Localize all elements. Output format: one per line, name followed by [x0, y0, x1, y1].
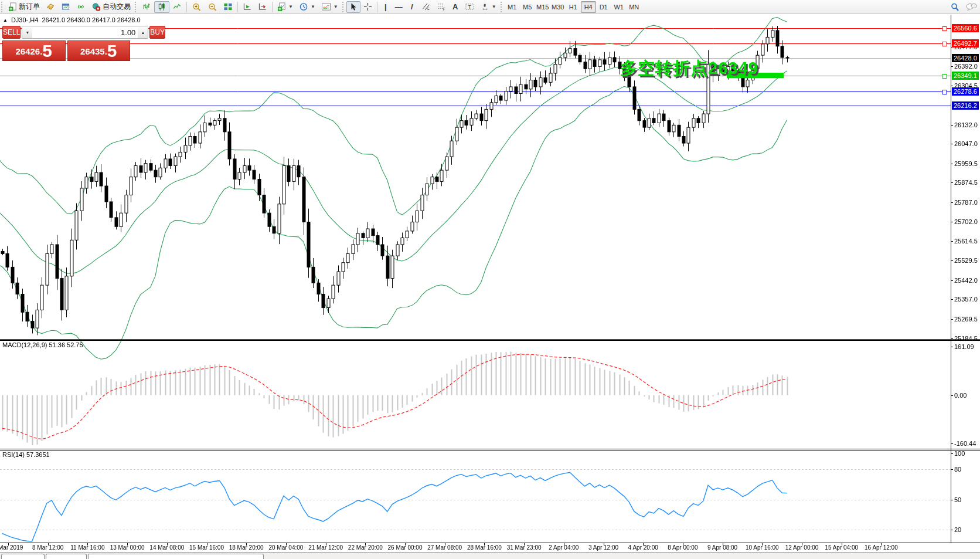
cursor-tool-button[interactable]: [346, 1, 360, 13]
horizontal-line-tool-button[interactable]: —: [392, 1, 406, 13]
mt4-window: 新订单 自动交易: [0, 0, 980, 559]
chart-title: ▲ DJ30-,H4 26421.0 26430.0 26417.0 26428…: [3, 16, 141, 23]
new-order-button[interactable]: 新订单: [5, 1, 43, 13]
auto-trading-icon: [91, 2, 101, 11]
timeframe-m30[interactable]: M30: [550, 1, 566, 13]
chart-tab[interactable]: [88, 554, 264, 559]
date-axis-label: 10 Apr 16:00: [746, 544, 779, 551]
text-label-tool-button[interactable]: T: [462, 1, 478, 13]
channel-tool-button[interactable]: E: [418, 1, 434, 13]
sell-button[interactable]: SELL: [2, 26, 21, 39]
date-axis-label: 14 Mar 08:00: [149, 544, 184, 551]
collapse-arrow-icon[interactable]: ▲: [3, 18, 8, 23]
search-button[interactable]: [947, 1, 962, 13]
chart-window-button[interactable]: [58, 1, 73, 13]
periods-button[interactable]: ▼: [296, 1, 318, 13]
text-icon: A: [452, 2, 458, 11]
price-axis-tick: 26047.0: [954, 140, 978, 147]
chat-bubbles-icon: [965, 2, 977, 12]
buy-price-big: 5: [107, 43, 117, 59]
indicators-add-icon: [277, 2, 286, 11]
volume-decrease-button[interactable]: ▼: [22, 26, 32, 38]
auto-scroll-icon: [243, 2, 252, 11]
toolbar-grip: [1, 2, 4, 12]
date-axis-label: 11 Mar 16:00: [70, 544, 104, 551]
vertical-line-tool-button[interactable]: |: [379, 1, 392, 13]
annotation-text[interactable]: 多空转折点26349: [620, 57, 758, 80]
line-chart-button[interactable]: [169, 1, 185, 13]
periods-caret-icon: ▼: [311, 4, 315, 9]
timeframe-mn[interactable]: MN: [627, 1, 642, 13]
timeframe-h1[interactable]: H1: [566, 1, 581, 13]
macd-axis-tick: 161.09: [954, 343, 974, 350]
buy-price-main: 26435: [80, 44, 105, 59]
date-axis-label: 20 Mar 04:00: [268, 544, 303, 551]
volume-box: ▼ ▲: [22, 26, 148, 39]
chat-button[interactable]: [962, 1, 980, 13]
auto-trading-button[interactable]: 自动交易: [89, 1, 134, 13]
price-level-label: 26216.2: [952, 101, 979, 110]
rsi-axis-tick: 50: [954, 496, 961, 503]
price-level-label: 26560.6: [952, 24, 979, 32]
macd-label: MACD(12,26,9) 51.36 52.75: [2, 341, 83, 348]
tile-windows-button[interactable]: [220, 1, 236, 13]
line-chart-icon: [172, 2, 182, 11]
chart-tab[interactable]: [46, 554, 87, 559]
zoom-in-button[interactable]: [189, 1, 205, 13]
quotes-button[interactable]: [43, 1, 58, 13]
date-axis-label: 8 Mar 12:00: [32, 544, 63, 551]
main-toolbar: 新订单 自动交易: [0, 0, 980, 14]
toolbar-separator: [237, 2, 238, 12]
trendline-tool-button[interactable]: /: [406, 1, 418, 13]
signal-icon: [76, 2, 86, 11]
fibonacci-tool-button[interactable]: F: [434, 1, 449, 13]
price-axis-tick: 26132.0: [954, 121, 978, 128]
arrows-tool-button[interactable]: ▼: [478, 1, 499, 13]
buy-price-box[interactable]: 26435.5: [67, 40, 131, 61]
timeframe-d1[interactable]: D1: [596, 1, 611, 13]
auto-scroll-button[interactable]: [240, 1, 255, 13]
candlestick-chart-button[interactable]: [154, 1, 169, 13]
date-axis-label: 15 Apr 04:00: [825, 544, 858, 551]
new-order-label: 新订单: [19, 2, 40, 12]
price-level-label: 26428.0: [952, 54, 979, 62]
timeframe-m15[interactable]: M15: [535, 1, 550, 13]
chart-shift-button[interactable]: [255, 1, 270, 13]
svg-text:F: F: [443, 7, 445, 11]
volume-increase-button[interactable]: ▲: [138, 26, 148, 38]
sell-price-main: 26426: [15, 44, 40, 59]
templates-caret-icon: ▼: [334, 4, 338, 9]
sell-price-box[interactable]: 26426.5: [2, 40, 66, 61]
zoom-out-button[interactable]: [205, 1, 220, 13]
trendline-icon: /: [411, 2, 413, 11]
signals-button[interactable]: [73, 1, 89, 13]
text-tool-button[interactable]: A: [449, 1, 462, 13]
templates-button[interactable]: ▼: [318, 1, 341, 13]
timeframe-h4[interactable]: H4: [581, 1, 596, 13]
ohlc-values-label: 26421.0 26430.0 26417.0 26428.0: [42, 16, 140, 23]
chart-shift-icon: [258, 2, 267, 11]
price-level-label: 26492.7: [952, 39, 979, 48]
price-level-label: 26278.6: [952, 87, 979, 96]
chart-canvas[interactable]: [0, 0, 980, 559]
svg-text:E: E: [427, 7, 430, 11]
bar-chart-button[interactable]: [139, 1, 154, 13]
volume-input[interactable]: [32, 26, 138, 38]
date-axis-label: 12 Apr 00:00: [785, 544, 819, 551]
timeframe-w1[interactable]: W1: [611, 1, 627, 13]
candlestick-chart-icon: [157, 2, 166, 11]
crosshair-icon: [363, 2, 372, 11]
indicators-button[interactable]: ▼: [274, 1, 296, 13]
date-axis-label: 16 Apr 12:00: [865, 544, 898, 551]
timeframe-m5[interactable]: M5: [520, 1, 535, 13]
chart-tab[interactable]: [1, 554, 45, 559]
timeframe-m1[interactable]: M1: [505, 1, 520, 13]
date-axis-label: 9 Apr 08:00: [707, 544, 737, 551]
price-axis-tick: 25702.0: [954, 218, 978, 225]
rsi-axis-tick: 80: [954, 466, 961, 473]
date-axis-label: 8 Apr 00:00: [668, 544, 697, 551]
crosshair-tool-button[interactable]: [360, 1, 375, 13]
chart-tab-bar: [0, 552, 980, 559]
chart-window-icon: [61, 2, 70, 11]
buy-button[interactable]: BUY: [149, 26, 165, 39]
